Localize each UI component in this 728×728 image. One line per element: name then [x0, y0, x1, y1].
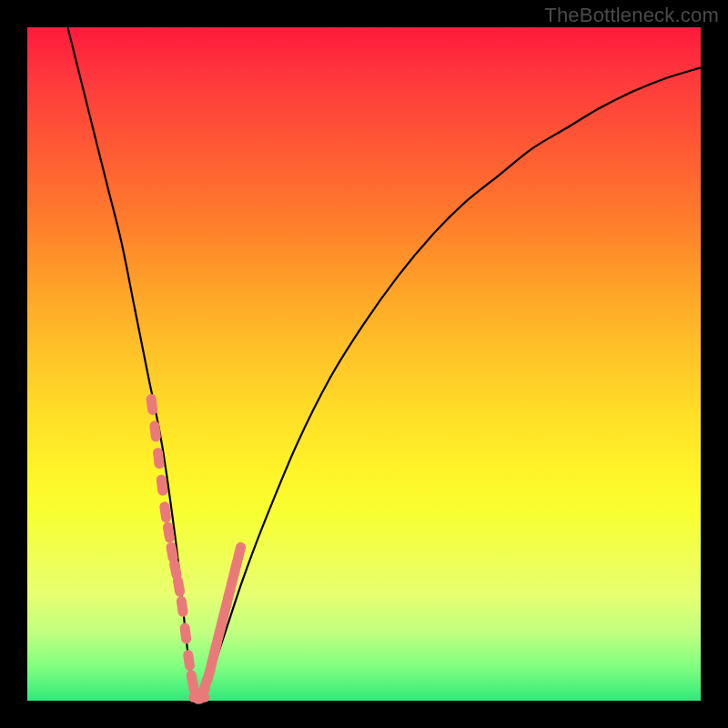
bottleneck-curve [67, 27, 701, 697]
marker-point [171, 547, 173, 558]
plot-area [27, 27, 701, 701]
marker-point [155, 426, 156, 437]
marker-point [161, 480, 162, 490]
marker-group [151, 399, 240, 699]
chart-frame: TheBottleneck.com [0, 0, 728, 728]
marker-point [177, 581, 179, 592]
marker-point [185, 628, 186, 639]
marker-point [181, 601, 183, 612]
marker-point [238, 547, 241, 558]
marker-point [188, 655, 190, 666]
marker-point [151, 399, 152, 410]
watermark-text: TheBottleneck.com [544, 4, 719, 27]
marker-point [158, 453, 159, 464]
marker-point [167, 527, 169, 538]
marker-point [165, 507, 167, 518]
curve-svg [27, 27, 701, 701]
marker-point [175, 564, 177, 575]
